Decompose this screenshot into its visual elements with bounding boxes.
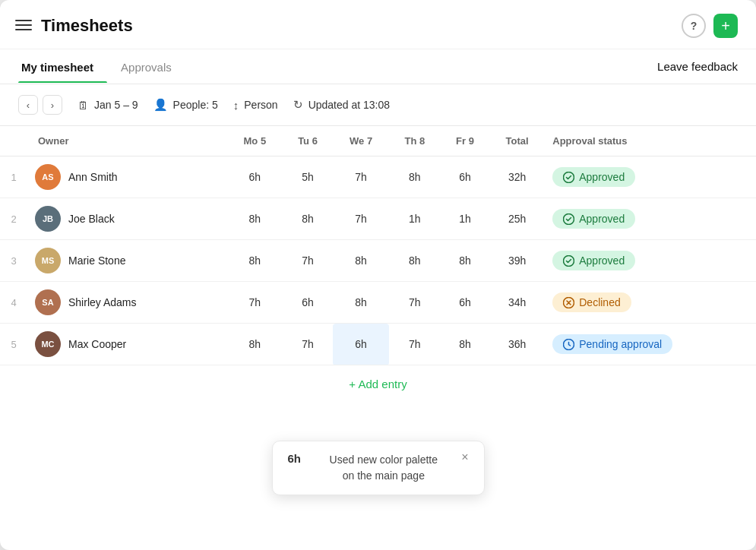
add-entry-button[interactable]: + Add entry bbox=[349, 378, 406, 390]
col-fr: Fr 9 bbox=[441, 126, 489, 156]
cell-tu[interactable]: 8h bbox=[283, 198, 334, 240]
header-right: ? + bbox=[682, 14, 738, 38]
cell-total: 36h bbox=[489, 324, 545, 365]
timesheet-table: Owner Mo 5 Tu 6 We 7 Th 8 Fr 9 Total App… bbox=[0, 126, 756, 403]
owner-cell: JBJoe Black bbox=[27, 198, 227, 240]
table-row: 4SAShirley Adams7h6h8h7h6h34h Declined bbox=[0, 282, 756, 324]
cell-th[interactable]: 8h bbox=[389, 156, 441, 198]
status-badge: Approved bbox=[552, 167, 635, 187]
owner-cell: MSMarie Stone bbox=[27, 240, 227, 282]
cell-we[interactable]: 8h bbox=[333, 240, 388, 282]
help-button[interactable]: ? bbox=[682, 14, 706, 38]
table-row: 3MSMarie Stone8h7h8h8h8h39h Approved bbox=[0, 240, 756, 282]
cell-status: Approved bbox=[545, 156, 756, 198]
cell-fr[interactable]: 8h bbox=[441, 324, 489, 365]
x-circle-icon bbox=[563, 297, 574, 308]
cell-th[interactable]: 7h bbox=[389, 324, 441, 365]
avatar: MS bbox=[35, 248, 61, 273]
owner-name: Shirley Adams bbox=[68, 296, 136, 308]
avatar: SA bbox=[35, 289, 61, 315]
owner-name: Marie Stone bbox=[68, 254, 125, 267]
cell-fr[interactable]: 6h bbox=[441, 282, 489, 324]
status-badge: Approved bbox=[552, 251, 635, 270]
cell-th[interactable]: 7h bbox=[389, 282, 441, 324]
date-range-item[interactable]: 🗓 Jan 5 – 9 bbox=[77, 99, 138, 112]
header-left: Timesheets bbox=[15, 16, 133, 36]
cell-we[interactable]: 7h bbox=[333, 156, 388, 198]
status-badge: Pending approval bbox=[552, 334, 672, 354]
cell-th[interactable]: 1h bbox=[389, 198, 441, 240]
col-status: Approval status bbox=[545, 126, 756, 156]
table-row: 2JBJoe Black8h8h7h1h1h25h Approved bbox=[0, 198, 756, 240]
cell-tu[interactable]: 5h bbox=[283, 156, 334, 198]
tooltip-close-button[interactable]: × bbox=[461, 450, 468, 464]
col-total: Total bbox=[489, 126, 545, 156]
cell-fr[interactable]: 1h bbox=[441, 198, 489, 240]
prev-arrow[interactable]: ‹ bbox=[18, 95, 38, 115]
header: Timesheets ? + bbox=[0, 0, 756, 49]
col-owner: Owner bbox=[27, 126, 227, 156]
people-icon: 👤 bbox=[153, 98, 168, 112]
tabs-bar: My timesheet Approvals Leave feedback bbox=[0, 49, 756, 84]
leave-feedback-link[interactable]: Leave feedback bbox=[657, 49, 738, 84]
tooltip-popup: 6h Used new color paletteon the main pag… bbox=[272, 441, 485, 495]
check-circle-icon bbox=[563, 172, 574, 183]
owner-cell: ASAnn Smith bbox=[27, 156, 227, 198]
cell-tu[interactable]: 7h bbox=[283, 240, 334, 282]
row-number: 3 bbox=[0, 240, 27, 282]
cell-we[interactable]: 6h bbox=[333, 324, 388, 365]
people-item[interactable]: 👤 People: 5 bbox=[153, 98, 218, 112]
status-badge: Declined bbox=[552, 292, 631, 312]
table-header-row: Owner Mo 5 Tu 6 We 7 Th 8 Fr 9 Total App… bbox=[0, 126, 756, 156]
owner-name: Max Cooper bbox=[68, 338, 126, 350]
app-window: Timesheets ? + My timesheet Approvals Le… bbox=[0, 0, 756, 550]
cell-fr[interactable]: 8h bbox=[441, 240, 489, 282]
avatar: AS bbox=[35, 164, 61, 190]
cell-mo[interactable]: 7h bbox=[227, 282, 283, 324]
tab-my-timesheet[interactable]: My timesheet bbox=[18, 50, 107, 83]
tooltip-hours: 6h bbox=[288, 452, 309, 465]
cell-th[interactable]: 8h bbox=[389, 240, 441, 282]
row-number: 2 bbox=[0, 198, 27, 240]
owner-cell: SAShirley Adams bbox=[27, 282, 227, 324]
table-row: 5MCMax Cooper8h7h6h7h8h36h Pending appro… bbox=[0, 324, 756, 365]
cell-mo[interactable]: 6h bbox=[227, 156, 283, 198]
avatar: JB bbox=[35, 206, 61, 232]
menu-icon[interactable] bbox=[15, 20, 32, 32]
clock-icon bbox=[563, 339, 574, 350]
table-row: 1ASAnn Smith6h5h7h8h6h32h Approved bbox=[0, 156, 756, 198]
row-number: 4 bbox=[0, 282, 27, 324]
col-th: Th 8 bbox=[389, 126, 441, 156]
toolbar: ‹ › 🗓 Jan 5 – 9 👤 People: 5 ↕ Person ↻ U… bbox=[0, 84, 756, 126]
cell-tu[interactable]: 7h bbox=[283, 324, 334, 365]
cell-total: 25h bbox=[489, 198, 545, 240]
col-num bbox=[0, 126, 27, 156]
add-entry-row: + Add entry bbox=[0, 365, 756, 404]
owner-name: Ann Smith bbox=[68, 171, 118, 183]
next-arrow[interactable]: › bbox=[43, 95, 62, 115]
cell-we[interactable]: 8h bbox=[333, 282, 388, 324]
sort-item[interactable]: ↕ Person bbox=[233, 99, 278, 112]
cell-total: 39h bbox=[489, 240, 545, 282]
cell-we[interactable]: 7h bbox=[333, 198, 388, 240]
updated-item: ↻ Updated at 13:08 bbox=[293, 98, 390, 112]
add-button[interactable]: + bbox=[713, 14, 738, 38]
cell-mo[interactable]: 8h bbox=[227, 198, 283, 240]
cell-status: Pending approval bbox=[545, 324, 756, 365]
date-nav: ‹ › bbox=[18, 95, 62, 115]
owner-cell: MCMax Cooper bbox=[27, 324, 227, 365]
cell-tu[interactable]: 6h bbox=[283, 282, 334, 324]
cell-mo[interactable]: 8h bbox=[227, 240, 283, 282]
calendar-icon: 🗓 bbox=[77, 99, 89, 112]
cell-status: Declined bbox=[545, 282, 756, 324]
cell-mo[interactable]: 8h bbox=[227, 324, 283, 365]
check-circle-icon bbox=[563, 213, 574, 225]
app-title: Timesheets bbox=[41, 16, 133, 36]
cell-fr[interactable]: 6h bbox=[441, 156, 489, 198]
col-we: We 7 bbox=[333, 126, 388, 156]
tab-approvals[interactable]: Approvals bbox=[118, 50, 185, 83]
avatar: MC bbox=[35, 331, 61, 357]
owner-name: Joe Black bbox=[68, 213, 115, 225]
cell-status: Approved bbox=[545, 198, 756, 240]
status-badge: Approved bbox=[552, 209, 635, 229]
